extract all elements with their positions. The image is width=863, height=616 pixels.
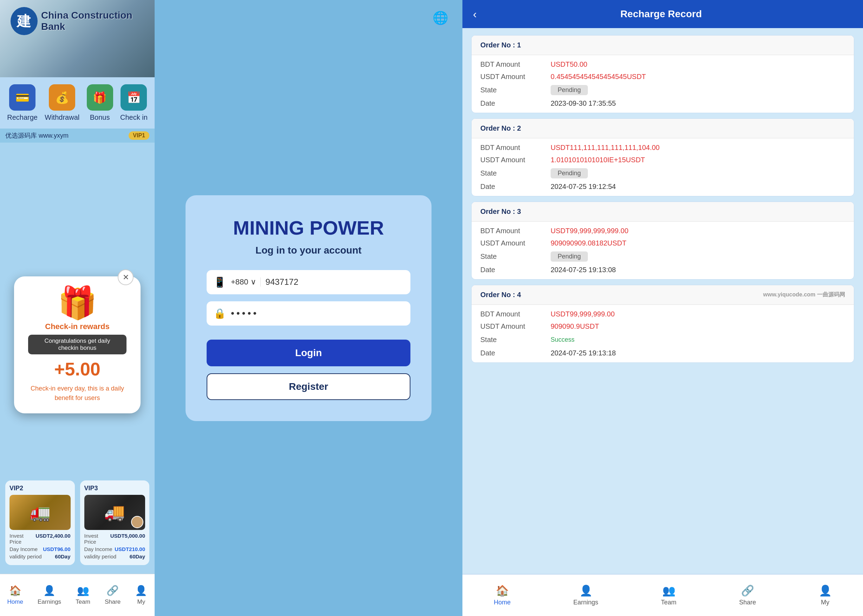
login-subtitle: Log in to your account (206, 245, 410, 256)
checkin-tooltip: Congratulations get daily checkin bonus (28, 335, 126, 354)
r1-state-label: State (480, 86, 543, 94)
record-body-2: BDT Amount USDT111,111,111,111,111,104.0… (472, 138, 854, 196)
r3-date-value: 2024-07-25 19:13:08 (551, 266, 845, 274)
r1-date-label: Date (480, 99, 543, 107)
right-header-title: Recharge Record (484, 8, 852, 20)
register-button[interactable]: Register (206, 373, 410, 400)
checkin-title: Check-in rewards (28, 322, 126, 331)
globe-button[interactable]: 🌐 (433, 11, 448, 25)
checkin-icon-box: 📅 (121, 84, 147, 111)
withdrawal-icon-box: 💰 (49, 84, 75, 111)
checkin-modal-overlay: ✕ 🎁 Check-in rewards Congratulations get… (0, 119, 154, 570)
r4-state-label: State (480, 336, 543, 344)
action-bonus[interactable]: 🎁 Bonus (87, 84, 113, 121)
left-nav-earnings[interactable]: 👤 Earnings (38, 585, 61, 605)
right-share-icon: 🔗 (741, 585, 754, 597)
left-panel: 建 China Construction Bank 💳 Recharge 💰 W… (0, 0, 154, 616)
r3-usdt-label: USDT Amount (480, 239, 543, 247)
records-list: Order No : 1 BDT Amount USDT50.00 USDT A… (462, 28, 863, 574)
right-my-icon: 👤 (819, 585, 832, 597)
r2-date-label: Date (480, 182, 543, 191)
bank-name: China Construction Bank (41, 10, 154, 32)
right-home-label: Home (494, 599, 510, 606)
bonus-icon-box: 🎁 (87, 84, 113, 111)
password-field[interactable]: ••••• (231, 308, 258, 319)
r3-usdt-value: 909090909.08182USDT (551, 239, 845, 247)
r2-state-badge: Pending (551, 168, 588, 178)
record-body-1: BDT Amount USDT50.00 USDT Amount 0.45454… (472, 55, 854, 113)
order-no-1: Order No : 1 (480, 41, 521, 49)
phone-icon: 📱 (214, 277, 226, 288)
order-no-4: Order No : 4 (480, 291, 521, 299)
my-icon-left: 👤 (135, 585, 147, 596)
checkin-description: Check-in every day, this is a daily bene… (28, 384, 126, 403)
order-no-3: Order No : 3 (480, 207, 521, 215)
r4-date-value: 2024-07-25 19:13:18 (551, 349, 845, 357)
record-header-1: Order No : 1 (472, 36, 854, 55)
left-nav-team[interactable]: 👥 Team (76, 585, 90, 605)
team-nav-label: Team (76, 599, 90, 605)
left-nav-home[interactable]: 🏠 Home (7, 585, 23, 605)
r2-date-value: 2024-07-25 19:12:54 (551, 182, 845, 191)
phone-input[interactable] (266, 277, 403, 287)
bank-image: 建 China Construction Bank (0, 0, 154, 77)
order-no-2: Order No : 2 (480, 124, 521, 132)
share-icon: 🔗 (107, 585, 119, 596)
home-icon: 🏠 (9, 585, 21, 596)
action-checkin[interactable]: 📅 Check in (120, 84, 148, 121)
left-nav-my[interactable]: 👤 My (135, 585, 147, 605)
record-card-3: Order No : 3 BDT Amount USDT99,999,999,9… (471, 201, 854, 280)
right-nav-share[interactable]: 🔗 Share (739, 585, 756, 606)
phone-input-group: 📱 +880 ∨ (206, 270, 410, 294)
login-card: MINING POWER Log in to your account 📱 +8… (186, 195, 432, 421)
r1-bdt-label: BDT Amount (480, 60, 543, 69)
left-bottom-nav: 🏠 Home 👤 Earnings 👥 Team 🔗 Share 👤 My (0, 574, 154, 616)
record-header-4: Order No : 4 www.yiqucode.com 一曲源码网 (472, 285, 854, 305)
r4-bdt-value: USDT99,999,999.00 (551, 310, 845, 318)
left-nav-share[interactable]: 🔗 Share (105, 585, 121, 605)
r4-state-badge: Success (551, 335, 575, 345)
record-header-2: Order No : 2 (472, 119, 854, 138)
record-body-3: BDT Amount USDT99,999,999,999.00 USDT Am… (472, 222, 854, 279)
r1-usdt-value: 0.454545454545454545USDT (551, 73, 845, 81)
share-nav-label: Share (105, 599, 121, 605)
r2-bdt-value: USDT111,111,111,111,111,104.00 (551, 144, 845, 152)
r4-usdt-value: 909090.9USDT (551, 322, 845, 330)
team-icon: 👥 (77, 585, 89, 596)
middle-panel: 🌐 MINING POWER Log in to your account 📱 … (154, 0, 462, 616)
right-nav-my[interactable]: 👤 My (819, 585, 832, 606)
checkin-amount: +5.00 (28, 358, 126, 380)
gift-icon: 🎁 (28, 287, 126, 319)
r2-usdt-label: USDT Amount (480, 156, 543, 164)
back-button[interactable]: ‹ (473, 8, 477, 21)
action-withdrawal[interactable]: 💰 Withdrawal (45, 84, 79, 121)
right-nav-earnings[interactable]: 👤 Earnings (573, 585, 598, 606)
record-watermark-4: www.yiqucode.com 一曲源码网 (763, 291, 845, 299)
right-nav-team[interactable]: 👥 Team (661, 585, 676, 606)
r3-state-label: State (480, 253, 543, 261)
lock-icon: 🔒 (214, 308, 226, 319)
earnings-nav-label: Earnings (38, 599, 61, 605)
right-nav-home[interactable]: 🏠 Home (494, 585, 510, 606)
right-team-label: Team (661, 599, 676, 606)
r1-state-badge: Pending (551, 85, 588, 95)
close-button[interactable]: ✕ (118, 269, 134, 285)
r3-date-label: Date (480, 266, 543, 274)
home-nav-label: Home (7, 599, 23, 605)
r2-state-label: State (480, 169, 543, 178)
r1-date-value: 2023-09-30 17:35:55 (551, 99, 845, 107)
login-button[interactable]: Login (206, 339, 410, 366)
bank-logo-circle: 建 (11, 7, 38, 35)
right-share-label: Share (739, 599, 756, 606)
right-my-label: My (821, 599, 829, 606)
right-earnings-icon: 👤 (580, 585, 592, 597)
r3-state-badge: Pending (551, 251, 588, 262)
r1-bdt-value: USDT50.00 (551, 60, 845, 69)
password-input-group: 🔒 ••••• (206, 301, 410, 325)
login-title: MINING POWER (206, 216, 410, 239)
action-recharge[interactable]: 💳 Recharge (7, 84, 38, 121)
earnings-icon: 👤 (43, 585, 55, 596)
record-body-4: BDT Amount USDT99,999,999.00 USDT Amount… (472, 305, 854, 363)
right-bottom-nav: 🏠 Home 👤 Earnings 👥 Team 🔗 Share 👤 My (462, 574, 863, 616)
my-nav-label-left: My (137, 599, 145, 605)
